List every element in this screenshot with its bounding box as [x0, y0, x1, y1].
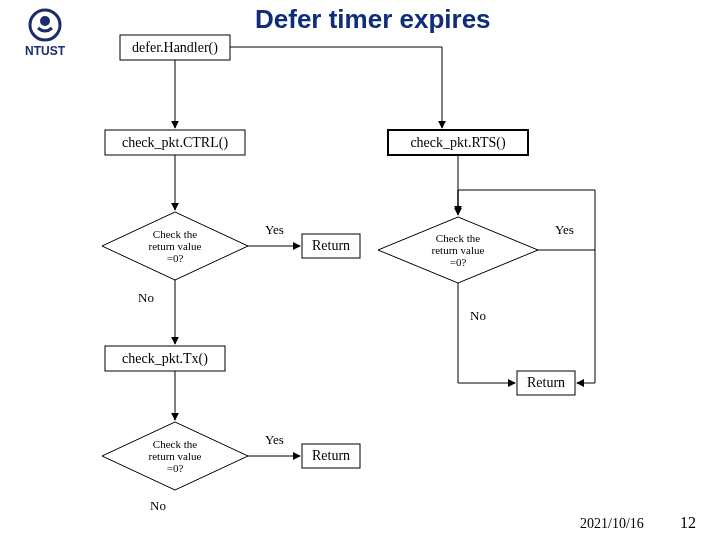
- node-return-2: Return: [302, 444, 360, 468]
- svg-text:Return: Return: [312, 238, 350, 253]
- decision-ctrl: Check the return value =0?: [102, 212, 248, 280]
- label-no-3: No: [470, 308, 486, 323]
- svg-text:=0?: =0?: [450, 256, 467, 268]
- node-return-1: Return: [302, 234, 360, 258]
- svg-text:=0?: =0?: [167, 462, 184, 474]
- svg-text:check_pkt.Tx(): check_pkt.Tx(): [122, 351, 208, 367]
- label-yes-3: Yes: [555, 222, 574, 237]
- svg-text:=0?: =0?: [167, 252, 184, 264]
- decision-rts: Check the return value =0?: [378, 217, 538, 283]
- svg-text:return value: return value: [149, 450, 202, 462]
- svg-text:Return: Return: [527, 375, 565, 390]
- svg-text:defer.Handler(): defer.Handler(): [132, 40, 218, 56]
- ntust-logo: NTUST: [25, 10, 66, 58]
- label-no-2: No: [150, 498, 166, 513]
- node-ctrl: check_pkt.CTRL(): [105, 130, 245, 155]
- flowchart-canvas: NTUST Defer timer expires defer.Handler(…: [0, 0, 720, 540]
- decision-tx: Check the return value =0?: [102, 422, 248, 490]
- label-no-1: No: [138, 290, 154, 305]
- svg-text:check_pkt.CTRL(): check_pkt.CTRL(): [122, 135, 228, 151]
- svg-text:check_pkt.RTS(): check_pkt.RTS(): [410, 135, 506, 151]
- svg-text:Check the: Check the: [436, 232, 480, 244]
- slide-title: Defer timer expires: [255, 4, 491, 34]
- label-yes-1: Yes: [265, 222, 284, 237]
- svg-text:return value: return value: [432, 244, 485, 256]
- label-yes-2: Yes: [265, 432, 284, 447]
- node-tx: check_pkt.Tx(): [105, 346, 225, 371]
- svg-text:Return: Return: [312, 448, 350, 463]
- footer-slide: 12: [680, 514, 696, 531]
- node-start: defer.Handler(): [120, 35, 230, 60]
- logo-text: NTUST: [25, 44, 66, 58]
- svg-text:Check the: Check the: [153, 438, 197, 450]
- svg-text:Check the: Check the: [153, 228, 197, 240]
- node-rts: check_pkt.RTS(): [388, 130, 528, 155]
- node-return-3: Return: [517, 371, 575, 395]
- footer-date: 2021/10/16: [580, 516, 644, 531]
- svg-point-1: [40, 16, 50, 26]
- svg-text:return value: return value: [149, 240, 202, 252]
